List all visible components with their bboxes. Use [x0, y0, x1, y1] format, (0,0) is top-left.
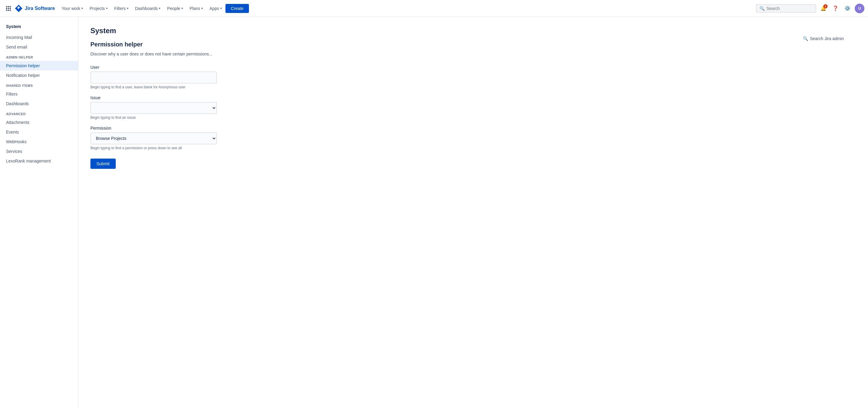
- permission-label: Permission: [90, 126, 856, 130]
- sidebar-item-lexorank[interactable]: LexoRank management: [0, 156, 78, 166]
- sidebar-section-admin-helper: Admin Helper: [0, 52, 78, 61]
- sidebar-item-incoming-mail[interactable]: Incoming Mail: [0, 33, 78, 42]
- nav-your-work[interactable]: Your work ▾: [59, 4, 86, 13]
- svg-rect-8: [10, 10, 11, 11]
- chevron-icon: ▾: [127, 7, 128, 10]
- svg-rect-6: [6, 10, 7, 11]
- permission-form: User Begin typing to find a user, leave …: [90, 65, 856, 169]
- chevron-icon: ▾: [220, 7, 222, 10]
- sidebar-item-filters[interactable]: Filters: [0, 89, 78, 99]
- page-layout: System Incoming Mail Send email Admin He…: [0, 17, 868, 407]
- nav-dashboards[interactable]: Dashboards ▾: [132, 4, 164, 13]
- chevron-icon: ▾: [82, 7, 83, 10]
- settings-button[interactable]: ⚙️: [843, 4, 852, 13]
- main-content: System 🔍 Search Jira admin Permission he…: [79, 17, 868, 407]
- search-jira-admin[interactable]: 🔍 Search Jira admin: [803, 36, 844, 41]
- chevron-icon: ▾: [201, 7, 203, 10]
- sidebar-system-title: System: [0, 22, 78, 33]
- issue-label: Issue: [90, 95, 856, 100]
- page-title: System: [90, 27, 856, 35]
- app-logo[interactable]: Jira Software: [14, 4, 55, 13]
- sidebar-item-notification-helper[interactable]: Notification helper: [0, 70, 78, 80]
- issue-select[interactable]: [90, 102, 217, 114]
- permission-hint: Begin typing to find a permission or pre…: [90, 146, 856, 150]
- nav-people[interactable]: People ▾: [164, 4, 186, 13]
- topnav-right: 🔍 🔔 2 ❓ ⚙️ U: [756, 4, 864, 13]
- sidebar: System Incoming Mail Send email Admin He…: [0, 17, 79, 407]
- svg-rect-4: [8, 8, 9, 9]
- nav-plans[interactable]: Plans ▾: [187, 4, 206, 13]
- nav-filters[interactable]: Filters ▾: [111, 4, 131, 13]
- svg-rect-5: [10, 8, 11, 9]
- issue-hint: Begin typing to find an issue: [90, 116, 856, 120]
- search-bar[interactable]: 🔍: [756, 4, 816, 13]
- chevron-icon: ▾: [106, 7, 107, 10]
- help-button[interactable]: ❓: [831, 4, 840, 13]
- sidebar-section-advanced: Advanced: [0, 108, 78, 118]
- permission-field-group: Permission Browse Projects Create Issues…: [90, 126, 856, 150]
- svg-rect-7: [8, 10, 9, 11]
- user-hint: Begin typing to find a user, leave blank…: [90, 85, 856, 89]
- nav-apps[interactable]: Apps ▾: [207, 4, 225, 13]
- search-icon: 🔍: [760, 6, 765, 11]
- section-title: Permission helper: [90, 41, 856, 48]
- sidebar-section-shared-items: Shared Items: [0, 80, 78, 89]
- user-field-group: User Begin typing to find a user, leave …: [90, 65, 856, 89]
- top-navigation: Jira Software Your work ▾ Projects ▾ Fil…: [0, 0, 868, 17]
- sidebar-item-webhooks[interactable]: WebHooks: [0, 137, 78, 147]
- grid-icon[interactable]: [4, 4, 13, 13]
- create-button[interactable]: Create: [225, 4, 249, 13]
- user-input[interactable]: [90, 71, 217, 84]
- issue-field-group: Issue Begin typing to find an issue: [90, 95, 856, 120]
- nav-projects[interactable]: Projects ▾: [87, 4, 111, 13]
- svg-rect-1: [8, 6, 9, 7]
- search-input[interactable]: [767, 6, 812, 11]
- description-text: Discover why a user does or does not hav…: [90, 52, 856, 56]
- svg-rect-2: [10, 6, 11, 7]
- permission-select[interactable]: Browse Projects Create Issues Edit Issue…: [90, 132, 217, 145]
- sidebar-item-attachments[interactable]: Attachments: [0, 118, 78, 127]
- user-avatar[interactable]: U: [855, 4, 864, 13]
- main-header: System 🔍 Search Jira admin: [90, 27, 856, 35]
- sidebar-item-services[interactable]: Services: [0, 147, 78, 156]
- sidebar-item-dashboards[interactable]: Dashboards: [0, 99, 78, 108]
- notifications-button[interactable]: 🔔 2: [818, 4, 828, 13]
- sidebar-item-permission-helper[interactable]: Permission helper: [0, 61, 78, 70]
- nav-items: Your work ▾ Projects ▾ Filters ▾ Dashboa…: [59, 4, 755, 13]
- chevron-icon: ▾: [181, 7, 183, 10]
- sidebar-item-send-email[interactable]: Send email: [0, 42, 78, 52]
- svg-rect-0: [6, 6, 7, 7]
- search-admin-icon: 🔍: [803, 36, 808, 41]
- svg-rect-3: [6, 8, 7, 9]
- sidebar-item-events[interactable]: Events: [0, 127, 78, 137]
- user-label: User: [90, 65, 856, 70]
- chevron-icon: ▾: [159, 7, 160, 10]
- submit-button[interactable]: Submit: [90, 159, 116, 169]
- notification-badge: 2: [824, 4, 828, 8]
- app-name: Jira Software: [25, 6, 55, 11]
